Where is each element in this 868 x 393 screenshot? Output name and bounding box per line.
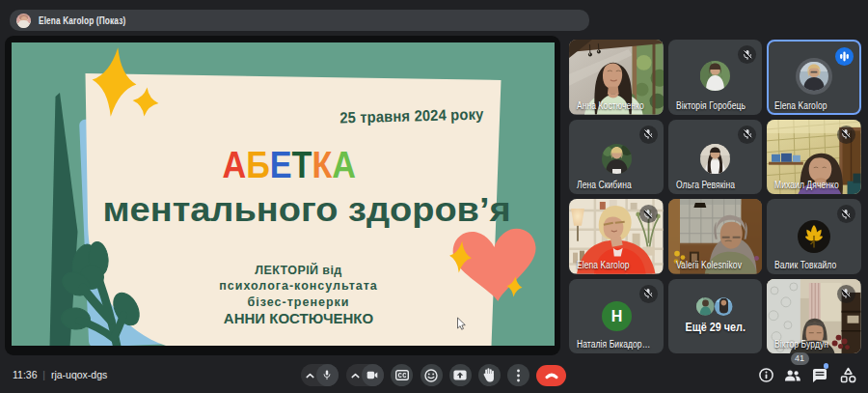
svg-text:бізес-тренерки: бізес-тренерки xyxy=(247,295,349,309)
svg-text:ментального здоров’я: ментального здоров’я xyxy=(102,189,510,228)
svg-text:АБЕТКА: АБЕТКА xyxy=(222,144,356,186)
svg-text:ЛЕКТОРІЙ від: ЛЕКТОРІЙ від xyxy=(255,263,341,277)
svg-text:АННИ КОСТЮЧЕНКО: АННИ КОСТЮЧЕНКО xyxy=(223,310,373,326)
svg-text:психолога-консультата: психолога-консультата xyxy=(219,279,378,293)
